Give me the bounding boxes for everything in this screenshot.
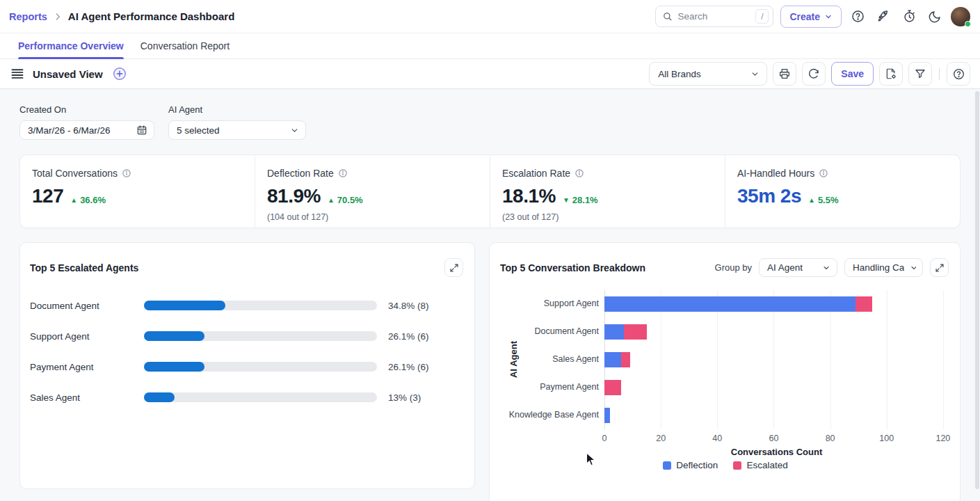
handling-category-select[interactable]: Handling Cate... (844, 258, 923, 277)
bar-segment-escalated[interactable] (621, 352, 629, 367)
group-by-select[interactable]: AI Agent (759, 258, 837, 277)
kpi-subtext: (23 out of 127) (502, 212, 714, 222)
app-root: Reports AI Agent Performance Dashboard /… (0, 0, 980, 501)
question-circle-icon (851, 9, 865, 24)
agent-escalation-value: 26.1% (6) (388, 362, 429, 372)
chevron-down-icon (822, 264, 830, 272)
created-on-label: Created On (19, 104, 154, 115)
chevron-right-icon (53, 12, 63, 22)
search-shortcut-hint: / (755, 9, 769, 24)
refresh-button[interactable] (802, 62, 826, 86)
add-view-button[interactable] (110, 64, 129, 84)
gridline (661, 290, 661, 429)
agent-escalation-value: 26.1% (6) (388, 331, 429, 342)
hamburger-menu-icon (11, 68, 24, 79)
filters-row: Created On 3/Mar/26 - 6/Mar/26 AI Agent … (19, 104, 961, 140)
tab-performance-overview[interactable]: Performance Overview (18, 33, 124, 58)
info-icon[interactable] (819, 168, 828, 178)
vertical-scrollbar[interactable] (975, 91, 979, 489)
print-button[interactable] (773, 62, 796, 86)
gridline (773, 290, 774, 429)
kpi-value: 18.1% (502, 185, 556, 207)
views-menu-button[interactable] (9, 66, 26, 81)
escalated-agent-row: Support Agent26.1% (6) (20, 329, 474, 343)
legend-label: Deflection (676, 460, 718, 470)
activity-timer-button[interactable] (900, 7, 919, 26)
bar-segment-escalated[interactable] (624, 324, 646, 340)
agent-escalation-value: 13% (3) (388, 392, 421, 403)
group-by-label: Group by (715, 262, 752, 273)
x-axis-tick: 100 (879, 434, 894, 443)
user-avatar[interactable] (951, 7, 970, 26)
breadcrumb-reports-link[interactable]: Reports (9, 11, 47, 22)
view-toolbar: Unsaved View All Brands (0, 59, 980, 89)
x-axis-tick: 40 (712, 434, 722, 443)
progress-fill (144, 331, 204, 341)
report-settings-button[interactable] (879, 62, 903, 86)
help-button[interactable] (849, 7, 867, 26)
plus-circle-icon (112, 66, 127, 81)
progress-track (144, 362, 377, 372)
brand-filter-select[interactable]: All Brands (649, 62, 767, 86)
x-axis-tick: 80 (826, 434, 835, 443)
kpi-escalation-rate: Escalation Rate 18.1% ▼28.1% (23 out of … (490, 155, 725, 228)
chevron-down-icon (290, 126, 299, 135)
y-axis-category-label: Knowledge Base Agent (495, 410, 599, 420)
legend-swatch-icon (733, 461, 741, 470)
bar-segment-deflection[interactable] (604, 296, 856, 312)
dark-mode-toggle[interactable] (926, 8, 944, 26)
search-input[interactable] (677, 11, 750, 22)
trend-arrow-icon: ▼ (563, 196, 570, 204)
bar-segment-escalated[interactable] (856, 296, 872, 312)
gridline (830, 290, 831, 429)
y-axis-category-label: Payment Agent (495, 382, 599, 392)
calendar-icon (136, 125, 147, 136)
progress-fill (144, 392, 175, 402)
search-box[interactable]: / (655, 6, 773, 27)
progress-fill (144, 301, 225, 310)
save-button[interactable]: Save (831, 62, 874, 86)
ai-agent-select[interactable]: 5 selected (168, 120, 306, 140)
agent-name: Support Agent (30, 331, 90, 342)
gridline (887, 290, 887, 429)
kpi-value: 35m 2s (737, 185, 801, 207)
legend-label: Escalated (746, 460, 787, 470)
x-axis-tick: 20 (656, 434, 666, 443)
top-header: Reports AI Agent Performance Dashboard /… (0, 0, 980, 33)
info-icon[interactable] (338, 168, 348, 178)
chevron-down-icon (910, 264, 916, 272)
agent-name: Document Agent (30, 301, 99, 311)
escalated-agents-list: Document Agent34.8% (8)Support Agent26.1… (20, 243, 474, 488)
bar-segment-escalated[interactable] (604, 380, 621, 395)
x-axis-tick: 0 (602, 434, 607, 443)
legend-item-escalated[interactable]: Escalated (733, 460, 787, 470)
tab-conversation-report[interactable]: Conversation Report (140, 33, 230, 58)
create-button[interactable]: Create (780, 6, 842, 28)
info-icon[interactable] (122, 168, 131, 178)
bar-segment-deflection[interactable] (604, 324, 624, 340)
chart-legend: DeflectionEscalated (490, 460, 961, 470)
whats-new-button[interactable] (874, 7, 893, 26)
bar-segment-deflection[interactable] (604, 352, 621, 367)
agent-escalation-value: 34.8% (8) (388, 301, 429, 311)
expand-button[interactable] (930, 258, 949, 277)
file-gear-icon (885, 67, 897, 80)
filter-button[interactable] (908, 62, 932, 86)
page-help-button[interactable] (947, 62, 970, 86)
page-title: AI Agent Performance Dashboard (68, 10, 235, 22)
report-tabs: Performance Overview Conversation Report (0, 33, 980, 59)
expand-icon (935, 263, 945, 273)
gridline (943, 290, 944, 429)
kpi-ai-handled-hours: AI-Handled Hours 35m 2s ▲5.5% (725, 155, 960, 228)
created-on-filter: Created On 3/Mar/26 - 6/Mar/26 (19, 104, 154, 140)
date-range-input[interactable]: 3/Mar/26 - 6/Mar/26 (19, 120, 154, 140)
info-icon[interactable] (575, 168, 584, 178)
kpi-value: 127 (32, 185, 63, 207)
ai-agent-label: AI Agent (168, 104, 306, 115)
bar-segment-deflection[interactable] (604, 408, 610, 423)
moon-icon (928, 10, 942, 24)
legend-item-deflection[interactable]: Deflection (663, 460, 718, 470)
kpi-value: 81.9% (267, 185, 321, 207)
conversation-breakdown-card: Top 5 Conversation Breakdown Group by AI… (489, 242, 961, 501)
x-axis-tick: 60 (769, 434, 778, 443)
